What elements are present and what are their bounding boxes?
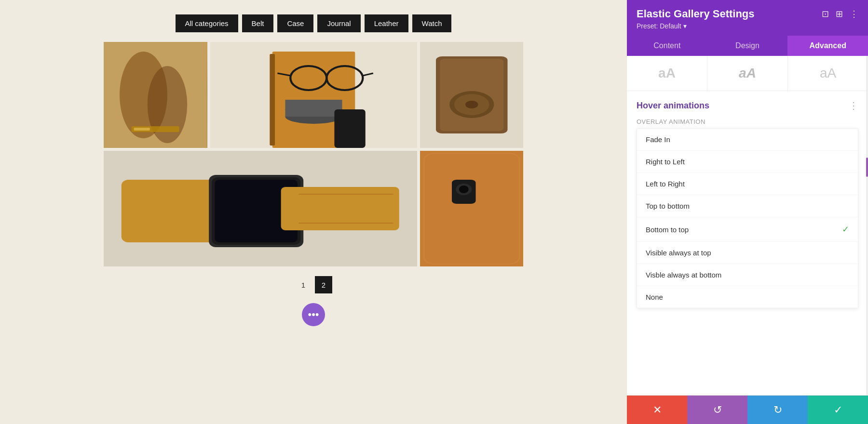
page-2-button[interactable]: 2 [315,276,332,293]
fab-icon: ••• [308,308,319,321]
typography-normal-text: aA [658,66,676,81]
filter-journal[interactable]: Journal [317,14,360,32]
preset-label[interactable]: Preset: Default ▾ [637,22,858,30]
svg-rect-4 [134,128,150,131]
panel-header-icons: ⊡ ⊞ ⋮ [822,9,858,19]
gallery-grid [104,42,523,266]
animation-option-fade-in[interactable]: Fade In [637,129,858,151]
svg-rect-32 [281,187,399,230]
hover-animations-header: Hover animations ⋮ [627,91,868,118]
hover-animations-more-icon[interactable]: ⋮ [849,100,858,111]
filter-watch[interactable]: Watch [412,14,452,32]
panel-body: aA aA aA Hover animations ⋮ Overlay anim… [627,56,868,395]
animation-option-left-to-right-label: Left to Right [646,180,685,188]
typography-normal[interactable]: aA [627,56,707,91]
gallery-item-watch[interactable] [104,151,417,266]
filter-bar: All categories Belt Case Journal Leather… [176,14,452,32]
preset-chevron-icon: ▾ [683,22,687,30]
confirm-icon: ✓ [834,404,842,416]
pagination: 1 2 [295,276,332,293]
typography-italic-text: aA [739,66,756,81]
redo-button[interactable]: ↻ [747,396,808,424]
animation-option-right-to-left-label: Right to Left [646,158,685,166]
filter-all-categories[interactable]: All categories [176,14,238,32]
svg-rect-10 [285,100,342,117]
tab-design[interactable]: Design [707,36,788,56]
panel-header-top: Elastic Gallery Settings ⊡ ⊞ ⋮ [637,8,858,20]
typography-italic[interactable]: aA [707,56,788,91]
gallery-item-phone-case[interactable] [420,151,524,266]
animation-option-top-to-bottom-label: Top to bottom [646,202,690,210]
overlay-animation-label: Overlay animation [627,118,868,128]
svg-point-22 [465,101,478,108]
confirm-button[interactable]: ✓ [808,396,868,424]
animation-option-bottom-to-top[interactable]: Bottom to top ✓ [637,217,858,242]
animation-option-visible-top[interactable]: Visible always at top [637,242,858,264]
cancel-icon: ✕ [653,404,662,416]
svg-rect-7 [270,54,275,146]
animation-dropdown-list: Fade In Right to Left Left to Right Top … [637,128,858,308]
animation-option-top-to-bottom[interactable]: Top to bottom [637,195,858,217]
typography-row: aA aA aA [627,56,868,91]
animation-option-fade-in-label: Fade In [646,135,670,144]
more-options-icon[interactable]: ⋮ [850,9,858,19]
svg-point-40 [459,186,468,193]
typography-light-text: aA [820,66,836,81]
redo-icon: ↻ [773,404,782,416]
svg-rect-16 [334,109,365,148]
floating-action-button[interactable]: ••• [302,303,325,326]
animation-option-bottom-to-top-label: Bottom to top [646,225,689,234]
responsive-icon[interactable]: ⊡ [822,9,829,19]
page-1-button[interactable]: 1 [295,276,312,293]
tab-advanced[interactable]: Advanced [787,36,868,56]
animation-option-none[interactable]: None [637,286,858,308]
panel-tabs: Content Design Advanced [627,36,868,56]
gallery-item-leather-case[interactable] [420,42,524,148]
animation-option-visible-bottom-label: Visble always at bottom [646,271,721,279]
undo-button[interactable]: ↺ [687,396,747,424]
panel-header: Elastic Gallery Settings ⊡ ⊞ ⋮ Preset: D… [627,0,868,36]
undo-icon: ↺ [713,404,722,416]
animation-option-visible-bottom[interactable]: Visble always at bottom [637,264,858,286]
layout-icon[interactable]: ⊞ [836,9,843,19]
gallery-item-journal[interactable] [210,42,417,148]
gallery-area: All categories Belt Case Journal Leather… [0,0,627,424]
panel-scrollbar-thumb[interactable] [866,158,868,177]
cancel-button[interactable]: ✕ [627,396,687,424]
gallery-item-belt[interactable] [104,42,207,148]
tab-content[interactable]: Content [627,36,707,56]
selected-check-icon: ✓ [842,224,849,235]
filter-belt[interactable]: Belt [242,14,274,32]
animation-option-none-label: None [646,293,663,301]
svg-rect-36 [420,151,524,266]
filter-leather[interactable]: Leather [365,14,408,32]
hover-animations-title: Hover animations [637,101,709,111]
settings-panel: Elastic Gallery Settings ⊡ ⊞ ⋮ Preset: D… [627,0,868,424]
typography-light[interactable]: aA [788,56,868,91]
filter-case[interactable]: Case [277,14,313,32]
animation-option-visible-top-label: Visible always at top [646,249,711,257]
animation-option-right-to-left[interactable]: Right to Left [637,151,858,173]
animation-option-left-to-right[interactable]: Left to Right [637,173,858,195]
action-bar: ✕ ↺ ↻ ✓ [627,395,868,424]
panel-title: Elastic Gallery Settings [637,8,755,20]
